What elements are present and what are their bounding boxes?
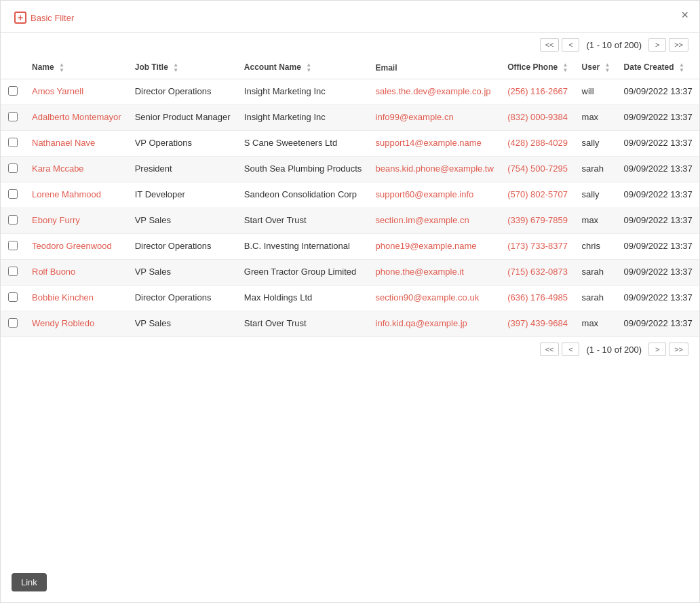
row-checkbox[interactable] bbox=[8, 138, 18, 147]
cell-date-created: 09/09/2022 13:37 bbox=[617, 79, 699, 105]
cell-job-title: VP Sales bbox=[128, 260, 237, 286]
cell-date-created: 09/09/2022 13:37 bbox=[617, 157, 699, 182]
row-checkbox[interactable] bbox=[8, 112, 18, 121]
cell-account-name: S Cane Sweeteners Ltd bbox=[237, 131, 369, 157]
row-checkbox-cell bbox=[1, 105, 25, 131]
cell-user: chris bbox=[575, 234, 617, 260]
close-button[interactable]: × bbox=[681, 9, 688, 21]
cell-email: support14@example.name bbox=[369, 131, 501, 157]
cell-office-phone: (397) 439-9684 bbox=[501, 311, 575, 337]
contacts-table: Name ▲▼ Job Title ▲▼ Account Name ▲▼ Ema… bbox=[1, 57, 699, 337]
contact-name-link[interactable]: Lorene Mahmood bbox=[32, 189, 101, 199]
cell-job-title: President bbox=[128, 157, 237, 182]
contact-email-link[interactable]: support14@example.name bbox=[376, 138, 482, 148]
cell-date-created: 09/09/2022 13:37 bbox=[617, 286, 699, 311]
filter-label: Basic Filter bbox=[31, 13, 74, 23]
last-page-button-bottom[interactable]: >> bbox=[669, 343, 688, 356]
table-row: Ebony FurryVP SalesStart Over Trustsecti… bbox=[1, 208, 699, 234]
header-account-name[interactable]: Account Name ▲▼ bbox=[237, 57, 369, 79]
contact-email-link[interactable]: info99@example.cn bbox=[376, 112, 454, 122]
row-checkbox[interactable] bbox=[8, 215, 18, 225]
contact-email-link[interactable]: section.im@example.cn bbox=[376, 215, 469, 225]
cell-account-name: Green Tractor Group Limited bbox=[237, 260, 369, 286]
next-page-button-top[interactable]: > bbox=[648, 38, 666, 52]
cell-name: Bobbie Kinchen bbox=[25, 286, 128, 311]
cell-date-created: 09/09/2022 13:37 bbox=[617, 182, 699, 208]
header-job-title[interactable]: Job Title ▲▼ bbox=[128, 57, 237, 79]
cell-name: Rolf Buono bbox=[25, 260, 128, 286]
cell-account-name: South Sea Plumbing Products bbox=[237, 157, 369, 182]
cell-account-name: Sandeon Consolidation Corp bbox=[237, 182, 369, 208]
cell-user: sarah bbox=[575, 157, 617, 182]
link-button[interactable]: Link bbox=[12, 573, 47, 591]
header-email[interactable]: Email bbox=[369, 57, 501, 79]
header-user[interactable]: User ▲▼ bbox=[575, 57, 617, 79]
cell-date-created: 09/09/2022 13:37 bbox=[617, 105, 699, 131]
contact-email-link[interactable]: beans.kid.phone@example.tw bbox=[376, 163, 494, 174]
cell-user: max bbox=[575, 208, 617, 234]
row-checkbox[interactable] bbox=[8, 292, 18, 302]
row-checkbox[interactable] bbox=[8, 241, 18, 250]
cell-email: phone.the@example.it bbox=[369, 260, 501, 286]
cell-job-title: VP Sales bbox=[128, 311, 237, 337]
table-row: Kara MccabePresidentSouth Sea Plumbing P… bbox=[1, 157, 699, 182]
cell-date-created: 09/09/2022 13:37 bbox=[617, 208, 699, 234]
prev-page-button-top[interactable]: < bbox=[562, 38, 579, 52]
cell-account-name: Insight Marketing Inc bbox=[237, 105, 369, 131]
next-page-button-bottom[interactable]: > bbox=[648, 343, 666, 356]
header-office-phone[interactable]: Office Phone ▲▼ bbox=[501, 57, 575, 79]
contact-email-link[interactable]: info.kid.qa@example.jp bbox=[376, 318, 467, 328]
cell-email: sales.the.dev@example.co.jp bbox=[369, 79, 501, 105]
cell-account-name: Max Holdings Ltd bbox=[237, 286, 369, 311]
contact-email-link[interactable]: sales.the.dev@example.co.jp bbox=[376, 86, 491, 96]
table-row: Nathanael NaveVP OperationsS Cane Sweete… bbox=[1, 131, 699, 157]
cell-user: will bbox=[575, 79, 617, 105]
cell-name: Lorene Mahmood bbox=[25, 182, 128, 208]
cell-office-phone: (339) 679-7859 bbox=[501, 208, 575, 234]
cell-office-phone: (754) 500-7295 bbox=[501, 157, 575, 182]
first-page-button-bottom[interactable]: << bbox=[540, 343, 560, 356]
contact-email-link[interactable]: phone.the@example.it bbox=[376, 267, 464, 277]
cell-name: Ebony Furry bbox=[25, 208, 128, 234]
contact-name-link[interactable]: Kara Mccabe bbox=[32, 163, 84, 174]
contact-name-link[interactable]: Adalberto Montemayor bbox=[32, 112, 121, 122]
cell-account-name: Start Over Trust bbox=[237, 208, 369, 234]
row-checkbox[interactable] bbox=[8, 189, 18, 199]
cell-office-phone: (256) 116-2667 bbox=[501, 79, 575, 105]
last-page-button-top[interactable]: >> bbox=[669, 38, 688, 52]
row-checkbox[interactable] bbox=[8, 318, 18, 328]
row-checkbox-cell bbox=[1, 260, 25, 286]
add-filter-button[interactable]: + Basic Filter bbox=[14, 12, 74, 24]
cell-job-title: Director Operations bbox=[128, 234, 237, 260]
contact-name-link[interactable]: Amos Yarnell bbox=[32, 86, 83, 96]
pagination-info-bottom: (1 - 10 of 200) bbox=[586, 345, 642, 355]
cell-email: beans.kid.phone@example.tw bbox=[369, 157, 501, 182]
cell-user: sarah bbox=[575, 260, 617, 286]
cell-name: Kara Mccabe bbox=[25, 157, 128, 182]
row-checkbox-cell bbox=[1, 157, 25, 182]
row-checkbox-cell bbox=[1, 311, 25, 337]
cell-name: Adalberto Montemayor bbox=[25, 105, 128, 131]
contact-name-link[interactable]: Wendy Robledo bbox=[32, 318, 94, 328]
contact-name-link[interactable]: Rolf Buono bbox=[32, 267, 75, 277]
contact-email-link[interactable]: phone19@example.name bbox=[376, 241, 477, 251]
contact-email-link[interactable]: section90@example.co.uk bbox=[376, 292, 480, 303]
cell-office-phone: (636) 176-4985 bbox=[501, 286, 575, 311]
cell-account-name: Start Over Trust bbox=[237, 311, 369, 337]
row-checkbox[interactable] bbox=[8, 267, 18, 276]
contact-name-link[interactable]: Nathanael Nave bbox=[32, 138, 95, 148]
header-date-created[interactable]: Date Created ▲▼ bbox=[617, 57, 699, 79]
cell-account-name: B.C. Investing International bbox=[237, 234, 369, 260]
contact-name-link[interactable]: Ebony Furry bbox=[32, 215, 80, 225]
cell-date-created: 09/09/2022 13:37 bbox=[617, 311, 699, 337]
contact-name-link[interactable]: Bobbie Kinchen bbox=[32, 292, 94, 303]
cell-email: section90@example.co.uk bbox=[369, 286, 501, 311]
contact-name-link[interactable]: Teodoro Greenwood bbox=[32, 241, 112, 251]
prev-page-button-bottom[interactable]: < bbox=[562, 343, 579, 356]
row-checkbox[interactable] bbox=[8, 163, 18, 173]
contact-email-link[interactable]: support60@example.info bbox=[376, 189, 474, 199]
table-row: Rolf BuonoVP SalesGreen Tractor Group Li… bbox=[1, 260, 699, 286]
row-checkbox[interactable] bbox=[8, 86, 18, 96]
first-page-button-top[interactable]: << bbox=[540, 38, 560, 52]
header-name[interactable]: Name ▲▼ bbox=[25, 57, 128, 79]
